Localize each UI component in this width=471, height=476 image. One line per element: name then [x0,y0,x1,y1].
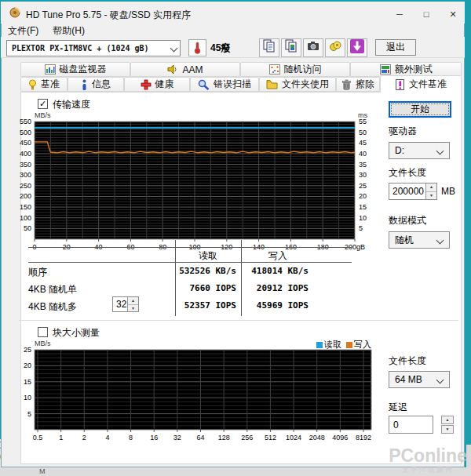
svg-text:50: 50 [24,224,31,232]
extra-tests-icon [380,64,391,74]
svg-text:ms: ms [358,111,367,119]
stepper-arrows[interactable]: ▲▼ [425,183,436,199]
tab-基准[interactable]: 基准 [20,77,68,92]
svg-text:1024: 1024 [286,434,301,441]
svg-text:32: 32 [173,434,181,441]
svg-text:450: 450 [20,139,31,147]
background-window-strip [0,467,471,476]
delay-spin-up[interactable]: ▲ [441,416,454,424]
tab-磁盘监视器[interactable]: 磁盘监视器 [20,62,130,77]
section-divider [19,320,458,321]
exit-button[interactable]: 退出 [375,39,416,56]
tab-信息[interactable]: 信息 [68,77,124,92]
svg-text:35: 35 [359,161,367,169]
copy-text-icon [262,39,276,56]
svg-text:50: 50 [359,129,367,136]
random-access-icon [269,64,280,74]
queue-depth-stepper[interactable]: 32 ▲▼ [112,296,139,312]
svg-text:0.5: 0.5 [33,434,43,441]
file-length-stepper[interactable]: 200000 ▲▼ [389,183,437,200]
block-size-checkbox[interactable] [38,327,48,337]
data-mode-label: 数据模式 [389,214,426,227]
chevron-down-icon [436,376,444,384]
close-button[interactable]: ✕ [440,4,466,24]
tab-健康[interactable]: 健康 [124,77,190,92]
svg-text:550: 550 [20,118,31,125]
stepper-arrows[interactable]: ▲▼ [127,297,138,311]
table-rule [28,247,352,248]
tab-label: 磁盘监视器 [60,63,107,76]
read-value: 52357 IOPS [173,300,236,311]
desktop: )(F M HD Tune Pro 5.75 - 硬盘/SSD 实用程序 ─ □… [0,0,471,476]
read-value: 7660 IOPS [173,283,236,293]
delay-spin-down[interactable]: ▼ [441,425,454,434]
svg-text:8192: 8192 [356,434,371,441]
file-length-unit: MB [441,186,455,197]
column-header-read: 读取 [175,249,241,263]
drive-select[interactable]: D: [389,142,450,159]
svg-text:MB/s: MB/s [35,340,51,347]
file-length-value: 200000 [392,186,424,197]
block-file-length-label: 文件长度 [389,354,426,368]
svg-text:500: 500 [20,129,31,136]
svg-text:25: 25 [359,182,367,190]
tab-label: 健康 [155,78,174,91]
svg-text:4096: 4096 [332,434,348,441]
tab-label: 基准 [41,78,60,91]
spin-up-icon[interactable]: ▲ [128,297,138,305]
tab-label: 信息 [92,78,111,91]
chevron-down-icon [436,147,444,155]
svg-text:16: 16 [150,434,158,441]
row-label: 4KB 随机单 [28,283,77,296]
erase-icon [341,79,352,90]
tab-擦除[interactable]: 擦除 [336,77,380,92]
drive-label: 驱动器 [389,125,417,138]
file-benchmark-icon [395,79,405,90]
folder-usage-icon [266,79,278,89]
copy-text-button[interactable] [259,38,279,57]
delay-label: 延迟 [389,401,407,414]
column-header-write: 写入 [241,249,315,263]
background-fragment: M [39,467,46,475]
start-button[interactable]: 开始 [389,101,451,118]
block-file-length-select[interactable]: 64 MB [389,371,450,388]
delay-input[interactable]: 0 [389,416,433,434]
minimize-button[interactable]: ─ [386,4,413,24]
svg-text:5: 5 [27,410,31,418]
read-value: 532526 KB/s [173,266,236,276]
spin-down-icon[interactable]: ▼ [128,305,138,312]
app-icon [9,7,20,21]
tab-文件基准[interactable]: 文件基准 [380,75,462,93]
row-label: 4KB 随机多 [28,300,77,314]
camera-button[interactable] [303,38,323,57]
svg-text:128: 128 [218,434,230,441]
svg-text:64: 64 [196,434,204,441]
device-select[interactable]: PLEXTOR PX-1TM8VC + (1024 gB) [6,40,181,56]
write-value: 45969 IOPS [243,300,309,311]
data-mode-select[interactable]: 随机 [389,231,450,249]
svg-text:200: 200 [20,192,31,200]
svg-text:MB/s: MB/s [35,111,51,119]
svg-text:20: 20 [359,192,367,200]
tab-随机访问[interactable]: 随机访问 [240,62,350,77]
tab-文件夹使用[interactable]: 文件夹使用 [259,77,336,92]
copy-image-button[interactable] [281,38,301,57]
thermometer-icon [189,45,206,58]
temperature-button[interactable] [188,39,206,56]
tab-AAM[interactable]: AAM [130,62,240,77]
temperature-value: 45癈 [210,42,230,55]
tab-label: 随机访问 [284,63,322,76]
menu-bar: 文件(F)帮助(H) [1,24,465,37]
disks-button[interactable] [325,38,345,57]
window-title: HD Tune Pro 5.75 - 硬盘/SSD 实用程序 [26,9,191,22]
download-icon [349,38,365,57]
download-button[interactable] [347,38,367,57]
svg-text:150: 150 [20,203,31,211]
svg-text:100: 100 [20,214,31,222]
svg-text:30: 30 [359,171,367,179]
tab-错误扫描[interactable]: 错误扫描 [190,77,259,92]
tab-label: AAM [182,64,203,75]
svg-text:400: 400 [20,150,31,158]
maximize-button[interactable]: □ [413,4,440,24]
write-value: 20912 IOPS [243,283,309,293]
